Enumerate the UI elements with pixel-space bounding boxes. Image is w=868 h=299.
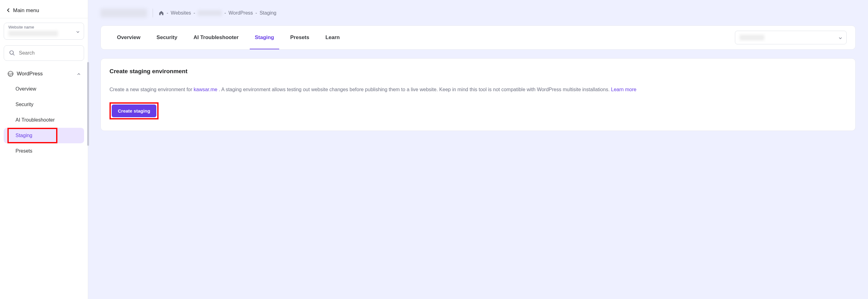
desc-prefix: Create a new staging environment for xyxy=(110,87,193,92)
search-input[interactable] xyxy=(18,50,79,56)
crumb-wordpress[interactable]: WordPress xyxy=(229,10,253,16)
sidebar-scrollbar[interactable] xyxy=(87,62,89,146)
tab-overview[interactable]: Overview xyxy=(116,26,141,49)
svg-line-1 xyxy=(13,54,14,56)
website-select-label: Website name xyxy=(8,25,80,30)
crumb-websites[interactable]: Websites xyxy=(170,10,191,16)
main-menu-label: Main menu xyxy=(13,7,39,14)
breadcrumb-sep: - xyxy=(166,10,168,16)
search-input-wrap[interactable] xyxy=(4,45,84,61)
main: - Websites - - WordPress - Staging Overv… xyxy=(88,0,868,299)
chevron-up-icon xyxy=(77,72,80,76)
website-select-value xyxy=(8,31,58,36)
caret-down-icon xyxy=(839,35,842,40)
wordpress-icon xyxy=(7,71,14,77)
create-staging-button[interactable]: Create staging xyxy=(112,104,156,117)
tabs-card: Overview Security AI Troubleshooter Stag… xyxy=(100,26,856,49)
divider xyxy=(0,18,88,18)
tab-security[interactable]: Security xyxy=(156,26,178,49)
sidebar-item-ai-troubleshooter[interactable]: AI Troubleshooter xyxy=(4,112,84,128)
chevron-left-icon xyxy=(7,8,9,13)
svg-point-0 xyxy=(10,51,14,55)
tabs-dropdown[interactable] xyxy=(735,31,846,44)
tabs-dropdown-value xyxy=(740,35,765,40)
search-icon xyxy=(9,50,15,56)
divider xyxy=(153,9,153,18)
tab-learn[interactable]: Learn xyxy=(325,26,340,49)
nav-group-wordpress[interactable]: WordPress xyxy=(4,68,84,80)
nav-items: Overview Security AI Troubleshooter Stag… xyxy=(4,81,84,159)
caret-down-icon xyxy=(76,29,80,34)
breadcrumb-sep: - xyxy=(224,10,226,16)
create-staging-highlight: Create staging xyxy=(110,102,158,120)
staging-card: Create staging environment Create a new … xyxy=(100,58,856,131)
page-title-blurred xyxy=(100,9,147,18)
site-link[interactable]: kawsar.me xyxy=(193,87,217,92)
breadcrumb-sep: - xyxy=(255,10,257,16)
nav-group-label: WordPress xyxy=(17,71,43,77)
breadcrumb-sep: - xyxy=(193,10,195,16)
card-title: Create staging environment xyxy=(110,68,846,75)
home-icon[interactable] xyxy=(158,10,164,16)
tabs: Overview Security AI Troubleshooter Stag… xyxy=(110,26,735,49)
sidebar-item-security[interactable]: Security xyxy=(4,97,84,112)
crumb-site-blurred[interactable] xyxy=(197,10,222,16)
breadcrumb-row: - Websites - - WordPress - Staging xyxy=(100,9,856,18)
learn-more-link[interactable]: Learn more xyxy=(611,87,637,92)
breadcrumb: - Websites - - WordPress - Staging xyxy=(158,10,276,16)
main-menu-back[interactable]: Main menu xyxy=(4,3,84,18)
tab-staging[interactable]: Staging xyxy=(254,26,275,49)
card-description: Create a new staging environment for kaw… xyxy=(110,85,846,94)
desc-suffix: . A staging environment allows testing o… xyxy=(217,87,611,92)
sidebar-item-overview[interactable]: Overview xyxy=(4,81,84,97)
crumb-staging: Staging xyxy=(260,10,276,16)
sidebar-item-staging[interactable]: Staging xyxy=(4,128,84,143)
website-select[interactable]: Website name xyxy=(4,23,84,40)
tab-ai-troubleshooter[interactable]: AI Troubleshooter xyxy=(193,26,239,49)
sidebar: Main menu Website name xyxy=(0,0,88,299)
tab-presets[interactable]: Presets xyxy=(290,26,310,49)
sidebar-item-presets[interactable]: Presets xyxy=(4,143,84,159)
